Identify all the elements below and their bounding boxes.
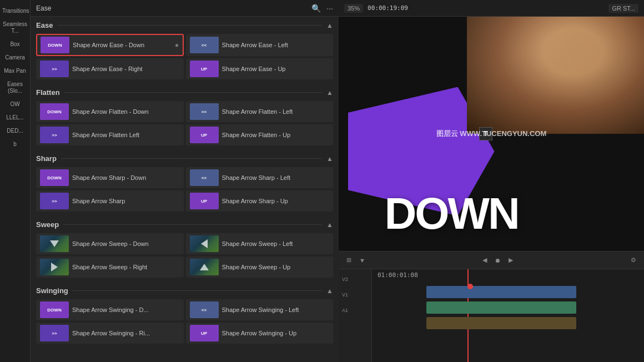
- swing-up-card[interactable]: UP Shape Arrow Swinging - Up: [186, 323, 334, 344]
- zoom-control[interactable]: 35%: [344, 4, 363, 13]
- section-ease-header: Ease ▲: [36, 21, 333, 29]
- sharp-right-badge: >>: [52, 199, 57, 204]
- ease-up-card[interactable]: UP Shape Arrow Ease - Up: [186, 58, 334, 79]
- sweep-collapse-icon[interactable]: ▲: [326, 221, 333, 229]
- timeline-btn-dot[interactable]: ⏺: [492, 256, 503, 265]
- section-sharp-header: Sharp ▲: [36, 154, 333, 163]
- sharp-up-card[interactable]: UP Shape Arrow Sharp - Up: [186, 190, 334, 212]
- sweep-left-overlay: [190, 235, 219, 252]
- section-ease-title: Ease: [36, 21, 53, 29]
- swing-down-thumb: DOWN: [40, 301, 69, 318]
- sharp-down-card[interactable]: DOWN Shape Arrow Sharp - Down: [36, 167, 184, 188]
- swinging-items-grid: DOWN Shape Arrow Swinging - D... << Shap…: [36, 299, 333, 344]
- timeline-btn-1[interactable]: ⊞: [344, 255, 354, 265]
- section-sweep-header: Sweep ▲: [36, 220, 333, 229]
- ease-items-grid: DOWN Shape Arrow Ease - Down << Shape Ar…: [36, 34, 333, 79]
- sidebar-item-ded[interactable]: DED...: [0, 124, 30, 138]
- timeline-btn-back[interactable]: ◀: [480, 255, 489, 265]
- sweep-up-card[interactable]: Shape Arrow Sweep - Up: [186, 257, 334, 278]
- search-icon[interactable]: 🔍: [311, 4, 321, 13]
- timeline-btn-settings[interactable]: ⚙: [628, 255, 638, 265]
- timeline-timecode: 01:00:01:08: [372, 269, 644, 281]
- divider-sweep: [63, 224, 322, 225]
- divider-sharp: [61, 158, 322, 159]
- section-swinging-header: Swinging ▲: [36, 286, 333, 295]
- ease-up-label: Shape Arrow Ease - Up: [222, 66, 330, 72]
- svg-marker-1: [201, 239, 208, 248]
- sharp-items-grid: DOWN Shape Arrow Sharp - Down << Shape A…: [36, 167, 333, 212]
- sweep-items-grid: Shape Arrow Sweep - Down Shape Arrow Swe…: [36, 233, 333, 278]
- clip-a1[interactable]: [426, 317, 576, 329]
- sidebar-item-camera[interactable]: Camera: [0, 51, 30, 64]
- ease-collapse-icon[interactable]: ▲: [326, 22, 333, 29]
- top-toolbar: 35% 00:00:19:09 GR ST...: [339, 0, 644, 17]
- swing-right-badge: >>: [52, 331, 57, 336]
- right-side: 35% 00:00:19:09 GR ST... DOWN T 图层云 WWW.…: [339, 0, 644, 362]
- ease-left-thumb: <<: [190, 37, 219, 53]
- sweep-left-thumb: [190, 235, 219, 252]
- flatten-left-badge: <<: [202, 109, 207, 114]
- timeline-content: V2 V1 A1 01:00:01:08: [339, 269, 644, 362]
- flatten-right-badge: >>: [52, 133, 57, 138]
- sweep-up-overlay: [190, 259, 219, 275]
- sidebar-item-ow[interactable]: OW: [0, 98, 30, 111]
- sharp-collapse-icon[interactable]: ▲: [326, 155, 333, 163]
- track-label-v2: V2: [339, 272, 371, 287]
- flatten-right-card[interactable]: >> Shape Arrow Flatten Left: [36, 124, 184, 145]
- sidebar-item-b[interactable]: b: [0, 138, 30, 151]
- swing-up-badge: UP: [201, 331, 207, 336]
- clip-v2[interactable]: [426, 286, 576, 298]
- ease-right-label: Shape Arrow Ease - Right: [72, 66, 180, 72]
- ease-right-thumb: >>: [40, 61, 69, 77]
- sidebar-item-llel[interactable]: LLEL...: [0, 111, 30, 124]
- sharp-down-label: Shape Arrow Sharp - Down: [72, 174, 180, 181]
- ease-down-thumb: DOWN: [41, 37, 69, 53]
- flatten-up-badge: UP: [201, 133, 207, 138]
- t-overlay-icon[interactable]: T: [479, 127, 492, 140]
- more-icon[interactable]: ···: [326, 4, 333, 13]
- ease-left-card[interactable]: << Shape Arrow Ease - Left: [186, 34, 334, 56]
- swing-left-thumb: <<: [190, 301, 219, 318]
- section-sharp-title: Sharp: [36, 154, 57, 163]
- timeline-btn-2[interactable]: ▼: [357, 256, 368, 265]
- sharp-left-label: Shape Arrow Sharp - Left: [222, 174, 330, 181]
- sidebar-item-maxpan[interactable]: Max Pan: [0, 64, 30, 78]
- section-flatten: Flatten ▲ DOWN Shape Arrow Flatten - Dow…: [36, 88, 333, 145]
- settings-btn[interactable]: GR ST...: [608, 4, 638, 13]
- sharp-right-card[interactable]: >> Shape Arrow Sharp: [36, 190, 184, 212]
- swing-down-card[interactable]: DOWN Shape Arrow Swinging - D...: [36, 299, 184, 320]
- sweep-right-overlay: [40, 259, 69, 275]
- clip-v1[interactable]: [426, 301, 576, 314]
- swing-left-card[interactable]: << Shape Arrow Swinging - Left: [186, 299, 334, 320]
- swing-right-label: Shape Arrow Swinging - Ri...: [72, 330, 180, 336]
- timeline-labels: V2 V1 A1: [339, 269, 372, 362]
- flatten-right-thumb: >>: [40, 127, 69, 143]
- sharp-left-card[interactable]: << Shape Arrow Sharp - Left: [186, 167, 334, 188]
- sharp-up-badge: UP: [201, 199, 207, 204]
- timeline-btn-fwd[interactable]: ▶: [506, 255, 515, 265]
- sidebar-item-eases[interactable]: Eases (Slo...: [0, 78, 30, 98]
- sidebar-item-seamless[interactable]: Seamless T...: [0, 18, 30, 38]
- sidebar-item-transitions[interactable]: Transitions: [0, 4, 30, 18]
- flatten-down-thumb: DOWN: [40, 103, 69, 120]
- sidebar-item-box[interactable]: Box: [0, 38, 30, 51]
- swinging-collapse-icon[interactable]: ▲: [326, 287, 333, 295]
- swing-up-thumb: UP: [190, 325, 219, 341]
- flatten-down-card[interactable]: DOWN Shape Arrow Flatten - Down: [36, 101, 184, 122]
- sweep-right-thumb: [40, 259, 69, 275]
- ease-down-badge: DOWN: [48, 43, 62, 48]
- sweep-up-label: Shape Arrow Sweep - Up: [222, 264, 330, 270]
- preview-video: DOWN T: [339, 17, 644, 251]
- swing-right-card[interactable]: >> Shape Arrow Swinging - Ri...: [36, 323, 184, 344]
- panel-icons: 🔍 ···: [311, 4, 333, 13]
- sweep-right-card[interactable]: Shape Arrow Sweep - Right: [36, 257, 184, 278]
- ease-right-card[interactable]: >> Shape Arrow Ease - Right: [36, 58, 184, 79]
- sweep-left-card[interactable]: Shape Arrow Sweep - Left: [186, 233, 334, 254]
- timecode-display: 00:00:19:09: [368, 4, 408, 12]
- ease-up-badge: UP: [201, 67, 207, 72]
- flatten-collapse-icon[interactable]: ▲: [326, 89, 333, 97]
- sweep-down-card[interactable]: Shape Arrow Sweep - Down: [36, 233, 184, 254]
- flatten-up-card[interactable]: UP Shape Arrow Flatten - Up: [186, 124, 334, 145]
- flatten-left-card[interactable]: << Shape Arrow Flatten - Left: [186, 101, 334, 122]
- ease-down-card[interactable]: DOWN Shape Arrow Ease - Down: [36, 34, 184, 56]
